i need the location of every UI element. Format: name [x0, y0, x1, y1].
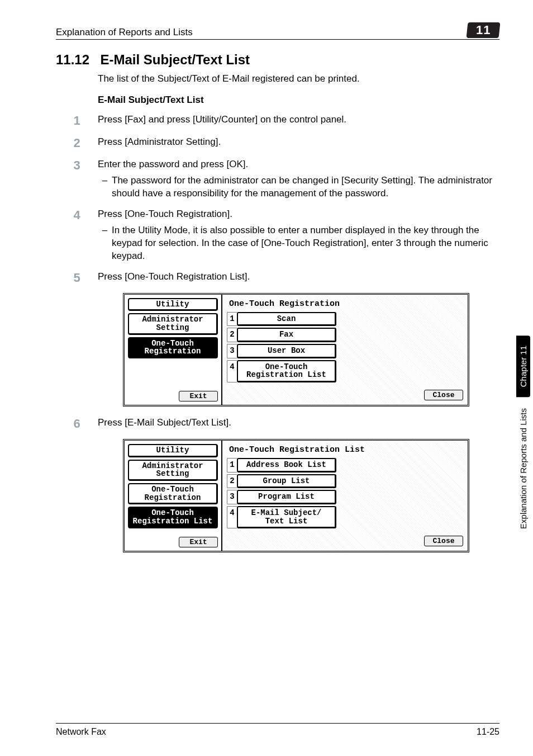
scan-button[interactable]: Scan: [237, 312, 336, 327]
admin-setting-button[interactable]: Administrator Setting: [128, 313, 218, 334]
step-text: Enter the password and press [OK].: [98, 158, 499, 171]
step-sub-text: The password for the administrator can b…: [112, 174, 499, 200]
step-sub-bullet: – In the Utility Mode, it is also possib…: [98, 224, 499, 263]
menu-number: 3: [227, 344, 237, 358]
step-text: Press [Administrator Setting].: [98, 136, 499, 150]
step-sub-bullet: – The password for the administrator can…: [98, 174, 499, 200]
step-number: 2: [56, 136, 98, 150]
footer-right: 11-25: [477, 727, 499, 737]
step-text: Press [One-Touch Registration List].: [98, 271, 499, 285]
step: 2 Press [Administrator Setting].: [56, 136, 499, 150]
step-number: 1: [56, 114, 98, 128]
section-heading: 11.12 E-Mail Subject/Text List: [56, 52, 499, 68]
step-number: 3: [56, 158, 98, 200]
side-chapter-tab: Chapter 11: [516, 336, 530, 397]
one-touch-registration-button[interactable]: One-Touch Registration: [128, 337, 218, 358]
menu-number: 3: [227, 490, 237, 504]
step-text: Press [E-Mail Subject/Text List].: [98, 417, 499, 431]
program-list-button[interactable]: Program List: [237, 490, 336, 504]
dash-icon: –: [98, 174, 112, 200]
ui-panel-registration: Utility Administrator Setting One-Touch …: [123, 293, 469, 407]
one-touch-registration-list-button[interactable]: One-Touch Registration List: [237, 360, 336, 382]
user-box-button[interactable]: User Box: [237, 344, 336, 358]
step: 4 Press [One-Touch Registration]. – In t…: [56, 208, 499, 263]
group-list-button[interactable]: Group List: [237, 474, 336, 489]
one-touch-registration-button[interactable]: One-Touch Registration: [128, 483, 218, 504]
breadcrumb: Explanation of Reports and Lists: [56, 27, 193, 38]
dash-icon: –: [98, 224, 112, 263]
section-intro: The list of the Subject/Text of E-Mail r…: [98, 73, 499, 84]
exit-button[interactable]: Exit: [179, 391, 218, 401]
section-number: 11.12: [56, 52, 98, 68]
step: 1 Press [Fax] and press [Utility/Counter…: [56, 114, 499, 128]
ui-panel-registration-list: Utility Administrator Setting One-Touch …: [123, 439, 469, 552]
section-title: E-Mail Subject/Text List: [100, 52, 250, 67]
panel-title: One-Touch Registration List: [227, 444, 463, 458]
utility-button[interactable]: Utility: [128, 298, 218, 311]
fax-button[interactable]: Fax: [237, 328, 336, 342]
menu-number: 2: [227, 474, 237, 489]
step: 5 Press [One-Touch Registration List].: [56, 271, 499, 285]
address-book-list-button[interactable]: Address Book List: [237, 458, 336, 472]
menu-number: 4: [227, 360, 237, 382]
page-footer: Network Fax 11-25: [56, 723, 499, 737]
menu-number: 1: [227, 312, 237, 327]
chapter-badge-number: 11: [476, 23, 491, 37]
email-subject-text-list-button[interactable]: E-Mail Subject/ Text List: [237, 506, 336, 528]
step-sub-text: In the Utility Mode, it is also possible…: [112, 224, 499, 263]
step: 6 Press [E-Mail Subject/Text List].: [56, 417, 499, 431]
section-subheading: E-Mail Subject/Text List: [98, 94, 499, 106]
step-number: 5: [56, 271, 98, 285]
chapter-badge: 11: [467, 22, 501, 38]
close-button[interactable]: Close: [424, 536, 463, 546]
menu-number: 4: [227, 506, 237, 528]
footer-left: Network Fax: [56, 727, 106, 737]
step-text: Press [One-Touch Registration].: [98, 208, 499, 221]
page-header: Explanation of Reports and Lists 11: [56, 22, 499, 40]
menu-number: 2: [227, 328, 237, 342]
panel-title: One-Touch Registration: [227, 298, 463, 312]
menu-number: 1: [227, 458, 237, 472]
admin-setting-button[interactable]: Administrator Setting: [128, 460, 218, 481]
utility-button[interactable]: Utility: [128, 444, 218, 457]
step-text: Press [Fax] and press [Utility/Counter] …: [98, 114, 499, 128]
exit-button[interactable]: Exit: [179, 537, 218, 547]
close-button[interactable]: Close: [424, 390, 463, 400]
one-touch-registration-list-button[interactable]: One-Touch Registration List: [128, 507, 218, 528]
step: 3 Enter the password and press [OK]. – T…: [56, 158, 499, 200]
step-number: 4: [56, 208, 98, 263]
step-number: 6: [56, 417, 98, 431]
side-chapter-title: Explanation of Reports and Lists: [516, 397, 530, 540]
